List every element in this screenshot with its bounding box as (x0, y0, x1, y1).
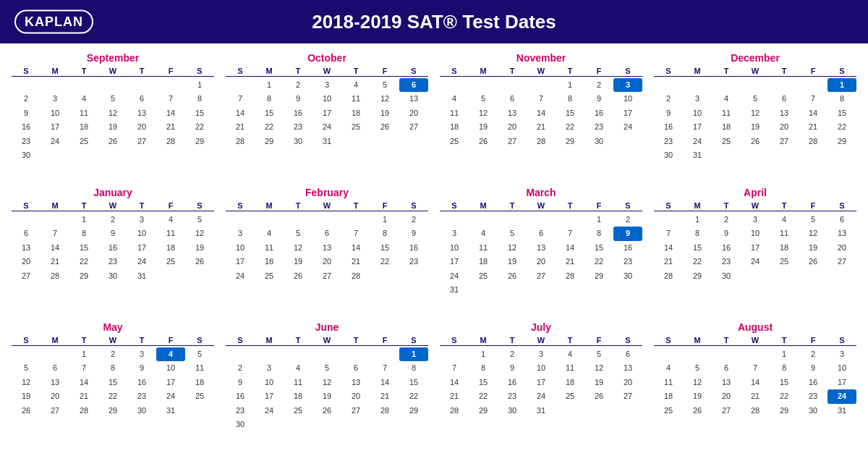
calendar-day: 24 (41, 135, 69, 148)
day-header: T (284, 200, 312, 211)
day-header: S (613, 335, 642, 346)
calendar-day: 12 (98, 106, 127, 120)
calendar-day: 16 (127, 376, 156, 389)
calendar-day: 11 (69, 106, 98, 120)
day-header: T (69, 335, 98, 346)
calendar-title: November (440, 52, 642, 64)
calendar-day: 27 (41, 404, 69, 418)
calendar-day: 9 (284, 92, 312, 106)
calendar-day: 12 (799, 227, 827, 240)
calendar-day: 22 (185, 120, 214, 134)
calendar-day: 10 (312, 92, 341, 106)
calendar-day: 22 (255, 120, 284, 134)
calendar-april: AprilSMTWTFS0123456789101112131415161718… (650, 184, 861, 316)
calendar-day: 31 (127, 269, 156, 283)
calendars-container: SeptemberSMTWTFS000000123456789101112131… (0, 43, 868, 456)
day-header: S (827, 200, 856, 211)
calendar-day: 12 (370, 92, 399, 106)
day-header: F (584, 200, 613, 211)
calendar-day: 7 (156, 92, 185, 106)
calendar-day: 20 (341, 389, 370, 403)
calendar-day: 19 (185, 241, 214, 255)
calendar-day: 1 (69, 347, 98, 361)
calendar-day: 5 (98, 92, 127, 106)
calendar-day: 10 (41, 106, 69, 120)
calendar-day: 26 (741, 135, 770, 148)
calendar-day: 22 (469, 389, 498, 403)
calendar-day: 13 (312, 241, 341, 255)
calendar-title: October (226, 52, 428, 64)
calendar-day: 27 (712, 404, 741, 418)
calendar-day: 22 (370, 255, 399, 269)
day-header: T (498, 66, 527, 77)
day-header: T (556, 66, 584, 77)
calendar-day: 29 (255, 135, 284, 148)
calendar-day: 10 (226, 241, 255, 255)
calendar-day: 3 (827, 347, 856, 361)
calendar-day: 8 (370, 227, 399, 240)
day-header: T (127, 200, 156, 211)
calendar-title: February (226, 187, 428, 198)
calendar-day: 23 (127, 389, 156, 403)
calendar-day: 5 (185, 347, 214, 361)
day-header: W (98, 66, 127, 77)
calendar-day: 20 (770, 120, 799, 134)
calendar-day: 20 (613, 376, 642, 389)
calendar-day: 23 (712, 255, 741, 269)
calendar-day: 10 (255, 376, 284, 389)
calendar-day: 24 (683, 135, 712, 148)
calendar-day: 3 (127, 347, 156, 361)
calendar-day: 28 (341, 269, 370, 283)
calendar-day: 10 (527, 361, 556, 375)
calendar-day: 22 (98, 389, 127, 403)
calendar-day: 7 (556, 227, 584, 240)
calendar-day: 13 (613, 361, 642, 375)
calendar-day: 20 (712, 389, 741, 403)
day-header: M (683, 335, 712, 346)
calendar-day: 18 (770, 241, 799, 255)
calendar-day: 18 (255, 255, 284, 269)
day-header: S (654, 200, 683, 211)
calendar-day: 15 (185, 106, 214, 120)
calendar-day: 18 (556, 376, 584, 389)
calendar-day: 9 (12, 106, 41, 120)
calendar-day: 2 (98, 213, 127, 227)
calendar-day: 21 (226, 120, 255, 134)
day-header: S (226, 200, 255, 211)
day-header: T (341, 335, 370, 346)
calendar-day: 4 (156, 213, 185, 227)
calendar-day: 11 (712, 106, 741, 120)
day-header: T (556, 200, 584, 211)
day-header: M (469, 335, 498, 346)
calendar-day: 2 (12, 92, 41, 106)
day-header: T (556, 335, 584, 346)
day-header: S (399, 335, 428, 346)
calendar-day: 2 (284, 78, 312, 92)
calendar-day: 11 (469, 241, 498, 255)
calendar-day: 5 (498, 227, 527, 240)
calendar-day: 17 (613, 106, 642, 120)
calendar-day: 20 (399, 106, 428, 120)
calendar-day: 12 (741, 106, 770, 120)
calendar-day: 27 (498, 135, 527, 148)
day-header: T (712, 66, 741, 77)
day-header: M (683, 200, 712, 211)
day-header: M (469, 200, 498, 211)
calendar-day: 27 (527, 269, 556, 283)
calendar-day: 28 (556, 269, 584, 283)
calendar-day: 14 (556, 241, 584, 255)
calendar-day: 10 (127, 227, 156, 240)
calendar-day: 30 (284, 135, 312, 148)
calendar-day: 16 (584, 106, 613, 120)
calendar-day: 23 (799, 389, 827, 403)
calendar-day: 1 (69, 213, 98, 227)
calendar-day: 8 (683, 227, 712, 240)
calendar-day: 29 (69, 269, 98, 283)
day-header: T (69, 200, 98, 211)
calendar-day: 25 (284, 404, 312, 418)
calendar-day: 9 (712, 227, 741, 240)
calendar-day: 28 (799, 135, 827, 148)
calendar-day: 18 (440, 120, 469, 134)
calendar-day: 19 (312, 389, 341, 403)
day-header: T (341, 200, 370, 211)
